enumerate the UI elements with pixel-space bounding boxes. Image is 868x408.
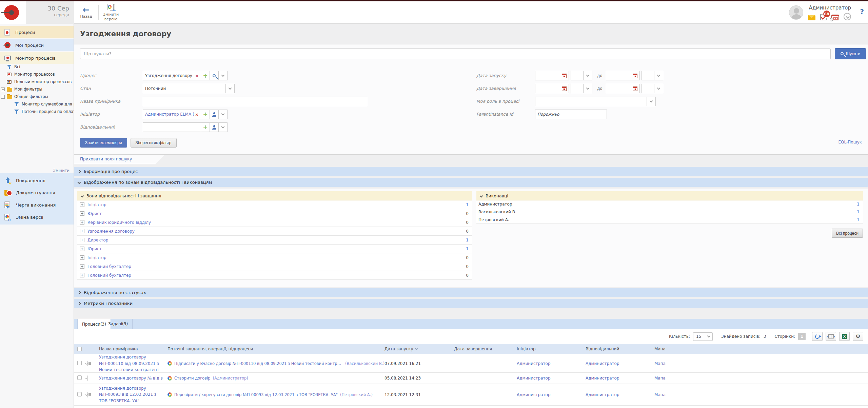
end-time-from-dropdown[interactable]: [584, 84, 592, 93]
zone-count[interactable]: 0: [466, 273, 469, 278]
task-executor-link[interactable]: (Администратор): [213, 376, 248, 381]
start-date-to-input[interactable]: [606, 71, 640, 80]
header-map[interactable]: Мапа: [654, 347, 868, 351]
tree-item-all[interactable]: Всі: [0, 63, 74, 71]
responsible-link[interactable]: Администратор: [586, 361, 654, 366]
change-version-button[interactable]: ↔ Змінити версію: [99, 1, 123, 24]
section-process-info[interactable]: Інформація про процес: [74, 167, 868, 176]
responsible-link[interactable]: Администратор: [586, 392, 654, 397]
state-select[interactable]: Поточний: [143, 84, 235, 93]
eql-search-link[interactable]: EQL-Пошук: [838, 140, 862, 144]
initiator-link[interactable]: Администратор: [517, 361, 586, 366]
expand-plus-icon[interactable]: +: [80, 202, 84, 207]
tree-item-monitor[interactable]: Монитор процессов: [0, 71, 74, 78]
expand-plus-icon[interactable]: +: [80, 255, 84, 260]
instance-name-link[interactable]: Узгодження договору №П-000110 від 08.09.…: [99, 354, 167, 373]
sort-desc-icon[interactable]: [415, 347, 417, 350]
responsible-value-box[interactable]: [143, 122, 201, 132]
save-as-filter-button[interactable]: Зберегти як фільтр: [131, 138, 177, 148]
tree-item-full-monitor[interactable]: Полный монитор процессов: [0, 78, 74, 85]
page-size-select[interactable]: 15: [693, 332, 713, 341]
map-link[interactable]: Мапа: [654, 361, 868, 366]
zone-count[interactable]: 0: [466, 211, 469, 216]
my-role-dropdown-button[interactable]: [647, 97, 656, 106]
end-time-from-input[interactable]: [571, 84, 584, 93]
pick-initiator-user-button[interactable]: [210, 110, 219, 119]
end-date-to-input[interactable]: [606, 84, 640, 93]
header-start-date[interactable]: Дата запуску: [384, 347, 413, 351]
start-date-from-input[interactable]: [535, 71, 569, 80]
instance-name-input[interactable]: [143, 97, 367, 106]
row-checkbox[interactable]: [77, 375, 82, 380]
tree-item-common-filters[interactable]: − Общие фильтры: [0, 93, 74, 100]
task-executor-link[interactable]: (Васильковский В.): [345, 361, 384, 366]
section-statuses[interactable]: Відображення по статусах: [74, 288, 868, 297]
section-metrics[interactable]: Метрики і показники: [74, 299, 868, 308]
start-time-to-dropdown[interactable]: [654, 71, 663, 80]
collapse-minus-icon[interactable]: −: [1, 95, 5, 99]
sidebar-item-process-monitor[interactable]: Монітор процесів: [0, 52, 74, 64]
zone-label[interactable]: Керівник юридичного відділу: [87, 220, 151, 225]
process-value-box[interactable]: Узгодження договору ×: [143, 71, 201, 80]
zone-count[interactable]: 0: [466, 229, 469, 234]
zone-label[interactable]: Директор: [87, 238, 108, 242]
row-menu-icon[interactable]: [87, 392, 88, 397]
responsible-link[interactable]: Администратор: [586, 376, 654, 381]
header-name[interactable]: Назва примірника: [99, 347, 167, 351]
search-process-button[interactable]: [210, 71, 219, 80]
add-initiator-button[interactable]: +: [201, 110, 210, 119]
add-process-button[interactable]: +: [201, 71, 210, 80]
executors-panel-header[interactable]: Виконавці: [476, 191, 863, 200]
end-date-from-input[interactable]: [535, 84, 569, 93]
zone-label[interactable]: Головний бухгалтер: [87, 273, 131, 278]
tasks-icon[interactable]: 68: [820, 14, 827, 20]
row-menu-icon[interactable]: [87, 375, 88, 381]
calendar-icon[interactable]: [633, 86, 637, 91]
instance-name-link[interactable]: Узгодження договору № від з: [99, 375, 167, 382]
task-link[interactable]: Перевірити / корегувати договір №П-00093…: [174, 392, 338, 397]
back-button[interactable]: ← Назад: [74, 1, 98, 24]
expand-plus-icon[interactable]: +: [80, 264, 84, 269]
zone-count[interactable]: 0: [466, 255, 469, 260]
clear-icon[interactable]: ×: [195, 73, 199, 78]
zone-count[interactable]: 0: [466, 264, 469, 269]
all-processes-button[interactable]: Всі процеси: [832, 229, 863, 238]
zone-count[interactable]: 0: [466, 220, 469, 225]
expand-plus-icon[interactable]: +: [80, 229, 84, 233]
page-1-button[interactable]: 1: [798, 333, 806, 340]
expand-plus-icon[interactable]: +: [1, 88, 5, 91]
responsible-dropdown-button[interactable]: [219, 122, 228, 132]
mail-icon[interactable]: [808, 15, 815, 20]
zone-label[interactable]: Юрист: [87, 211, 102, 216]
instance-name-link[interactable]: Узгодження договору №П-00093 від 12.03.2…: [99, 385, 167, 404]
section-zones[interactable]: Відображення по зонам відповідальності і…: [74, 178, 868, 187]
zone-label[interactable]: Ініціатор: [87, 255, 106, 260]
zone-count[interactable]: 1: [466, 202, 469, 207]
add-responsible-button[interactable]: +: [201, 122, 210, 132]
start-time-from-dropdown[interactable]: [584, 71, 592, 80]
calendar-icon[interactable]: [562, 74, 567, 78]
sidebar-item-execution-queue[interactable]: Черга виконання: [0, 199, 74, 211]
map-link[interactable]: Мапа: [654, 376, 868, 381]
expand-plus-icon[interactable]: +: [80, 211, 84, 216]
row-checkbox[interactable]: [77, 361, 82, 365]
tree-item-payment-processes[interactable]: Поточні процеси по оплатах: [0, 108, 74, 115]
help-button[interactable]: ?: [860, 7, 864, 16]
avatar[interactable]: [789, 5, 803, 20]
task-link[interactable]: Створити договір: [174, 376, 210, 381]
expand-plus-icon[interactable]: +: [80, 247, 84, 251]
task-executor-link[interactable]: (Петровский А.): [340, 392, 373, 397]
initiator-link[interactable]: Администратор: [517, 392, 586, 397]
expand-plus-icon[interactable]: +: [80, 220, 84, 225]
export-excel-button[interactable]: X: [839, 332, 850, 341]
sidebar-change-link[interactable]: Змінити: [53, 168, 70, 173]
zone-label[interactable]: Головний бухгалтер: [87, 264, 131, 269]
app-logo[interactable]: [0, 1, 21, 24]
expand-plus-icon[interactable]: +: [80, 238, 84, 242]
sidebar-item-my-processes[interactable]: Мої процеси: [0, 39, 74, 51]
sidebar-item-improvement[interactable]: ★ Покращення: [0, 174, 74, 187]
start-time-from-input[interactable]: [571, 71, 584, 80]
sidebar-item-version-change[interactable]: Зміна версії: [0, 211, 74, 223]
tree-item-my-filters[interactable]: + Мои фильтры: [0, 85, 74, 93]
clear-icon[interactable]: ×: [195, 112, 199, 117]
